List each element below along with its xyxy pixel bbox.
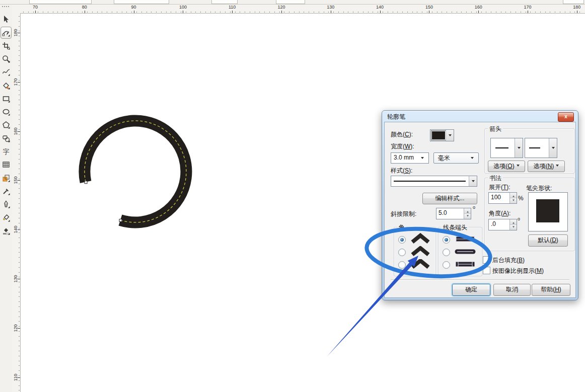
path-node-marker[interactable] — [85, 181, 87, 184]
ruler-label: 130 — [327, 5, 334, 10]
help-button[interactable]: 帮助(H) — [532, 284, 570, 296]
propbar-remnant — [211, 0, 238, 4]
options-right-button[interactable]: 选项(N) — [528, 161, 565, 172]
corner-miter-radio[interactable] — [398, 236, 406, 244]
outline-pen-tool[interactable] — [1, 199, 11, 210]
options-left-label: 选项(O) — [493, 163, 514, 170]
options-left-button[interactable]: 选项(O) — [488, 161, 525, 172]
eyedropper-tool[interactable] — [1, 186, 11, 197]
ruler-tick-minor — [19, 85, 20, 86]
vertical-ruler[interactable]: 180170160150140130120110 — [12, 13, 21, 392]
ruler-label: 160 — [12, 128, 19, 135]
ruler-label: 180 — [573, 5, 580, 10]
ruler-tick-minor — [19, 139, 20, 140]
behind-fill-checkbox[interactable] — [483, 256, 490, 264]
color-picker[interactable] — [430, 129, 454, 141]
ruler-tick-minor — [358, 12, 358, 13]
close-button[interactable]: x — [558, 112, 574, 122]
edit-style-button[interactable]: 编辑样式... — [422, 193, 477, 204]
horizontal-ruler[interactable]: 708090100110120130140150160170180 — [12, 5, 585, 14]
spin-down-button[interactable] — [464, 213, 471, 219]
path-node-marker[interactable] — [119, 219, 122, 221]
ruler-tick-minor — [19, 41, 20, 41]
ruler-tick-minor — [363, 12, 363, 13]
ruler-tick-minor — [299, 12, 300, 13]
arrow-start-dropdown-button[interactable] — [515, 138, 523, 158]
cap-round-radio[interactable] — [443, 249, 450, 256]
unit-combo[interactable]: 毫米 — [433, 152, 479, 164]
width-value: 3.0 mm — [394, 154, 414, 161]
style-combo[interactable] — [391, 176, 477, 187]
ruler-label: 120 — [12, 325, 19, 332]
freehand-tool[interactable] — [1, 66, 11, 77]
ruler-tick-major — [232, 11, 233, 13]
cap-butt-radio[interactable] — [443, 236, 450, 244]
ruler-tick-minor — [57, 12, 58, 13]
ruler-tick-minor — [19, 134, 20, 135]
arrow-end-dropdown-button[interactable] — [549, 138, 557, 158]
options-right-label: 选项(N) — [534, 163, 554, 170]
cancel-button[interactable]: 取消 — [493, 284, 531, 296]
style-dropdown-button[interactable] — [469, 176, 477, 186]
corner-round-radio[interactable] — [398, 249, 406, 256]
ruler-tick-minor — [461, 12, 462, 13]
nib-preview-box[interactable] — [528, 192, 568, 231]
color-label: 颜色(C): — [391, 130, 413, 139]
polygon-tool[interactable] — [1, 119, 11, 130]
spin-down-button[interactable] — [510, 198, 517, 204]
propbar-remnant — [29, 0, 92, 4]
ruler-tick-minor — [19, 16, 20, 17]
ruler-tick-minor — [481, 12, 482, 13]
basic-shapes-tool[interactable] — [1, 133, 11, 144]
ruler-label: 170 — [524, 5, 531, 10]
spin-down-icon — [467, 215, 469, 218]
ruler-tick-minor — [338, 12, 339, 13]
blend-tool[interactable] — [1, 173, 11, 184]
arrow-end-combo[interactable] — [525, 138, 557, 158]
ruler-tick-minor — [19, 124, 20, 125]
ruler-tick-minor — [496, 12, 496, 13]
ruler-tick-minor — [348, 12, 348, 13]
miter-limit-spinner[interactable]: 5.0 — [436, 208, 471, 219]
arrows-group-label: 箭头 — [488, 125, 503, 133]
spin-up-icon — [467, 210, 469, 212]
ruler-tick-minor — [235, 12, 236, 13]
smart-fill-tool[interactable] — [1, 80, 11, 91]
zoom-tool[interactable] — [1, 53, 11, 64]
ruler-label: 70 — [33, 5, 38, 10]
fill-tool[interactable] — [1, 212, 11, 223]
interactive-fill-tool[interactable] — [1, 225, 11, 237]
corner-bevel-radio[interactable] — [398, 261, 406, 269]
ruler-tick-minor — [19, 164, 20, 164]
text-tool[interactable]: 字 — [1, 146, 11, 157]
crop-tool[interactable] — [1, 40, 11, 51]
color-dropdown-button[interactable] — [446, 130, 454, 141]
width-combo[interactable]: 3.0 mm — [391, 152, 429, 164]
ruler-tick-minor — [259, 12, 260, 13]
round-cap-icon — [452, 247, 478, 256]
ruler-tick-minor — [181, 12, 181, 13]
ruler-label: 80 — [82, 5, 87, 10]
ok-button[interactable]: 确定 — [452, 284, 490, 296]
ruler-tick-minor — [19, 184, 20, 184]
pick-tool-icon — [2, 15, 10, 23]
default-button[interactable]: 默认(D) — [528, 234, 568, 247]
butt-cap-icon — [452, 234, 478, 244]
ruler-tick-minor — [373, 12, 373, 13]
cap-square-radio[interactable] — [443, 261, 450, 269]
rectangle-tool[interactable] — [1, 93, 11, 104]
ellipse-tool[interactable] — [1, 106, 11, 117]
table-tool[interactable] — [1, 159, 11, 170]
thick-arc-outline[interactable] — [85, 121, 186, 222]
pick-tool[interactable] — [1, 14, 11, 25]
ruler-tick-minor — [171, 12, 171, 13]
stretch-spinner[interactable]: 100 — [488, 192, 517, 204]
arrow-start-combo[interactable] — [490, 138, 523, 158]
stretch-value: 100 — [491, 193, 501, 203]
scale-with-image-checkbox[interactable] — [483, 267, 490, 274]
ruler-tick-major — [380, 11, 381, 13]
angle-spinner[interactable]: .0 — [488, 219, 517, 230]
corner-style-group: 角 — [394, 227, 436, 276]
shape-tool[interactable] — [1, 27, 12, 39]
spin-down-button[interactable] — [510, 224, 517, 230]
